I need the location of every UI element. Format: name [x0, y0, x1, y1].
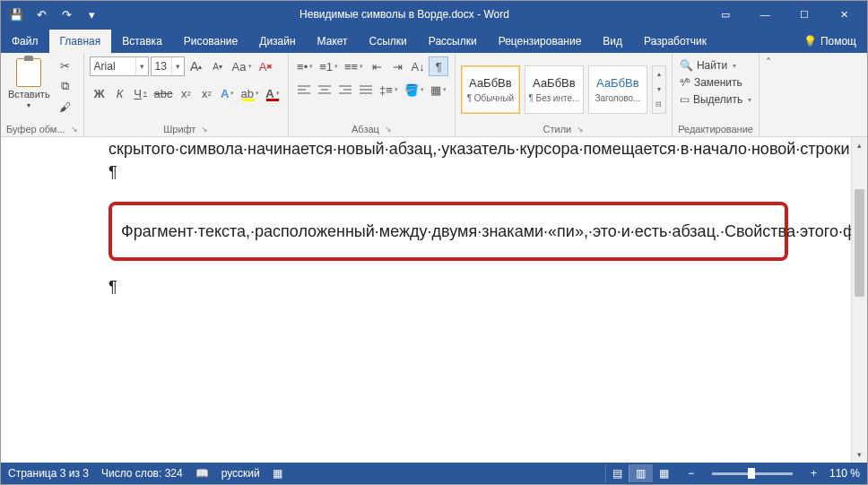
minimize-button[interactable]: — [745, 1, 785, 28]
tab-mailings[interactable]: Рассылки [418, 30, 488, 53]
word-count[interactable]: Число слов: 324 [101, 467, 183, 480]
underline-button[interactable]: Ч▾ [131, 83, 151, 103]
decrease-indent-button[interactable]: ⇤ [367, 56, 386, 76]
dialog-launcher-icon[interactable]: ↘ [385, 125, 392, 134]
expand-icon[interactable]: ⊟ [653, 97, 665, 112]
tab-home[interactable]: Главная [49, 30, 112, 53]
vertical-scrollbar[interactable]: ▴ ▾ [851, 137, 867, 463]
strikethrough-button[interactable]: abc [152, 83, 176, 103]
tab-developer[interactable]: Разработчик [633, 30, 717, 53]
bold-button[interactable]: Ж [90, 83, 109, 103]
line-spacing-button[interactable]: ‡≡▾ [377, 80, 401, 100]
tab-draw[interactable]: Рисование [173, 30, 248, 53]
align-center-button[interactable] [315, 80, 334, 100]
chevron-down-icon[interactable]: ▾ [171, 57, 184, 75]
tell-me[interactable]: 💡 Помощ [793, 30, 867, 53]
highlighted-paragraph[interactable]: Фрагмент·текста,·расположенный·между·дву… [108, 202, 788, 261]
text-effects-button[interactable]: A▾ [218, 83, 238, 103]
format-painter-button[interactable]: 🖌 [56, 98, 75, 116]
tab-insert[interactable]: Вставка [111, 30, 173, 53]
show-hide-button[interactable]: ¶ [429, 56, 448, 76]
scroll-up-icon[interactable]: ▴ [852, 137, 867, 153]
bullets-button[interactable]: ≡•▾ [294, 56, 316, 76]
redo-icon[interactable]: ↷ [55, 3, 78, 26]
find-button[interactable]: 🔍Найти▾ [678, 58, 753, 73]
undo-icon[interactable]: ↶ [30, 3, 53, 26]
empty-paragraph[interactable]: ¶ [108, 275, 788, 299]
close-button[interactable]: ✕ [824, 1, 864, 28]
shading-button[interactable]: 🪣▾ [402, 80, 427, 100]
tab-references[interactable]: Ссылки [359, 30, 418, 53]
font-size-combo[interactable]: 13▾ [151, 56, 185, 76]
macro-icon[interactable]: ▦ [273, 467, 282, 480]
sort-button[interactable]: A↓ [408, 56, 428, 76]
paste-button[interactable]: Вставить ▾ [6, 56, 52, 111]
dialog-launcher-icon[interactable]: ↘ [201, 125, 208, 134]
qat-more-icon[interactable]: ▾ [80, 3, 103, 26]
zoom-slider[interactable] [712, 472, 793, 475]
style-heading1[interactable]: АаБбВв Заголово... [588, 65, 647, 114]
align-right-button[interactable] [335, 80, 355, 100]
style-no-spacing[interactable]: АаБбВв ¶ Без инте... [525, 65, 584, 114]
increase-indent-button[interactable]: ⇥ [387, 56, 407, 76]
scroll-down-icon[interactable]: ▾ [852, 446, 867, 463]
tab-design[interactable]: Дизайн [248, 30, 306, 53]
dialog-launcher-icon[interactable]: ↘ [71, 125, 78, 134]
borders-button[interactable]: ▦▾ [428, 80, 449, 100]
group-clipboard: Вставить ▾ ✂ ⧉ 🖌 Буфер обм...↘ [1, 53, 84, 136]
replace-button[interactable]: ᵃ⁄ᵇЗаменить [678, 75, 753, 90]
save-icon[interactable]: 💾 [4, 3, 28, 26]
document-page[interactable]: скрытого·символа·начинается·новый·абзац,… [1, 137, 851, 463]
change-case-button[interactable]: Aa▾ [230, 56, 255, 76]
ribbon-options-button[interactable]: ▭ [706, 1, 745, 28]
tab-file[interactable]: Файл [1, 30, 49, 53]
zoom-in-button[interactable]: + [811, 467, 817, 480]
font-label: Шрифт [163, 124, 195, 134]
shrink-font-button[interactable]: A▾ [208, 56, 228, 76]
style-name: ¶ Без инте... [528, 93, 579, 103]
subscript-button[interactable]: x2 [177, 83, 196, 103]
collapse-ribbon-button[interactable]: ˄ [760, 53, 777, 136]
style-normal[interactable]: АаБбВв ¶ Обычный [461, 65, 520, 114]
cut-button[interactable]: ✂ [56, 56, 75, 74]
empty-paragraph[interactable]: ¶ [108, 160, 788, 184]
chevron-down-icon[interactable]: ▾ [653, 82, 665, 97]
read-mode-button[interactable]: ▤ [605, 464, 629, 482]
maximize-button[interactable]: ☐ [785, 1, 824, 28]
superscript-button[interactable]: x2 [197, 83, 217, 103]
scroll-thumb[interactable] [855, 189, 864, 297]
tab-layout[interactable]: Макет [307, 30, 359, 53]
multilevel-list-button[interactable]: ≡≡▾ [342, 56, 366, 76]
align-left-button[interactable] [294, 80, 314, 100]
numbering-button[interactable]: ≡1▾ [317, 56, 341, 76]
chevron-down-icon[interactable]: ▾ [135, 57, 148, 75]
bulb-icon: 💡 [803, 35, 817, 48]
page-indicator[interactable]: Страница 3 из 3 [8, 467, 89, 480]
zoom-level[interactable]: 110 % [829, 467, 860, 480]
clear-formatting-button[interactable]: A✖ [256, 56, 276, 76]
style-preview: АаБбВв [469, 76, 512, 90]
chevron-up-icon[interactable]: ▴ [653, 66, 665, 82]
italic-button[interactable]: К [110, 83, 130, 103]
paragraph-text[interactable]: скрытого·символа·начинается·новый·абзац,… [108, 137, 788, 160]
font-name-combo[interactable]: Arial▾ [90, 56, 149, 76]
spellcheck-icon[interactable]: 📖 [195, 467, 209, 480]
zoom-out-button[interactable]: − [688, 467, 694, 480]
web-layout-button[interactable]: ▦ [652, 464, 675, 482]
styles-gallery-more[interactable]: ▴ ▾ ⊟ [652, 65, 666, 114]
highlight-button[interactable]: ab▾ [239, 83, 262, 103]
language-indicator[interactable]: русский [221, 467, 260, 480]
font-color-button[interactable]: A▾ [263, 83, 282, 103]
print-layout-button[interactable]: ▥ [629, 464, 652, 482]
dialog-launcher-icon[interactable]: ↘ [577, 125, 584, 134]
tab-review[interactable]: Рецензирование [488, 30, 593, 53]
select-button[interactable]: ▭Выделить▾ [678, 92, 753, 107]
grow-font-button[interactable]: A▴ [187, 56, 206, 76]
justify-button[interactable] [356, 80, 376, 100]
tab-view[interactable]: Вид [592, 30, 633, 53]
group-paragraph: ≡•▾ ≡1▾ ≡≡▾ ⇤ ⇥ A↓ ¶ [289, 53, 456, 136]
style-name: ¶ Обычный [467, 93, 514, 103]
copy-button[interactable]: ⧉ [56, 77, 75, 95]
zoom-knob[interactable] [748, 468, 755, 479]
scroll-track[interactable] [852, 153, 867, 446]
